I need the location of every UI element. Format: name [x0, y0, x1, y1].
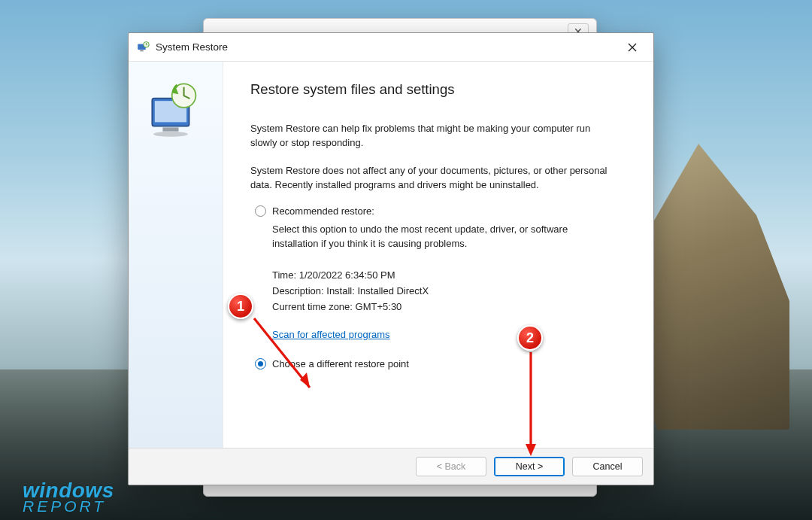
svg-marker-10	[300, 373, 310, 388]
detail-desc-value: Install: Installed DirectX	[326, 285, 429, 296]
wizard-side-panel	[129, 62, 223, 448]
cancel-button[interactable]: Cancel	[572, 457, 643, 476]
annotation-marker-1: 1	[228, 293, 253, 319]
annotation-arrow-2	[519, 337, 549, 465]
detail-desc-label: Description:	[272, 285, 324, 296]
system-restore-dialog: System Restore Restore system files and …	[128, 32, 654, 485]
wizard-graphic-icon	[143, 80, 209, 146]
detail-tz-value: GMT+5:30	[356, 301, 402, 312]
titlebar: System Restore	[129, 33, 653, 62]
intro-paragraph-1: System Restore can help fix problems tha…	[250, 122, 613, 151]
svg-rect-1	[140, 50, 144, 51]
annotation-arrow-1	[241, 305, 331, 410]
intro-paragraph-2: System Restore does not affect any of yo…	[250, 164, 613, 193]
watermark-logo: windows REPORT	[23, 481, 114, 514]
back-button: < Back	[416, 457, 486, 476]
wizard-footer: < Back Next > Cancel	[129, 448, 653, 485]
radio-recommended-restore[interactable]: Recommended restore:	[255, 205, 613, 217]
dialog-title: System Restore	[156, 41, 228, 53]
detail-time-value: 1/20/2022 6:34:50 PM	[299, 269, 395, 281]
radio-icon	[255, 205, 266, 217]
close-button[interactable]	[619, 37, 646, 58]
svg-marker-12	[526, 444, 536, 456]
watermark-line2: REPORT	[23, 500, 114, 514]
recommended-description: Select this option to undo the most rece…	[272, 223, 613, 251]
system-restore-icon	[136, 41, 150, 54]
svg-line-9	[254, 318, 310, 388]
annotation-marker-2: 2	[517, 325, 543, 351]
close-icon	[628, 43, 637, 52]
detail-time-label: Time:	[272, 269, 296, 281]
radio-recommended-label: Recommended restore:	[272, 205, 374, 217]
svg-rect-5	[162, 127, 178, 131]
page-heading: Restore system files and settings	[250, 81, 613, 98]
svg-point-6	[153, 132, 188, 137]
